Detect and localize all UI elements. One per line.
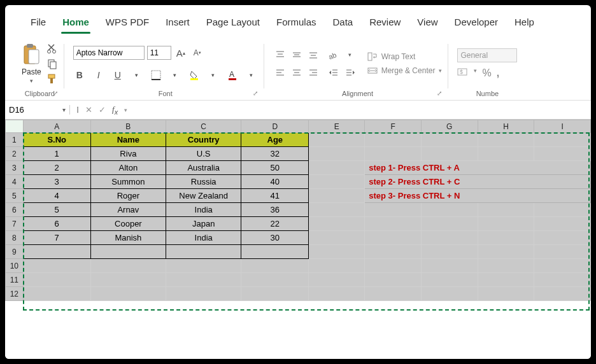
cell[interactable]: S.No [23, 133, 90, 147]
cell[interactable]: New Zealand [166, 189, 241, 203]
cell[interactable] [166, 245, 241, 259]
cell[interactable] [309, 231, 365, 245]
font-dialog-launcher[interactable]: ⤢ [253, 90, 260, 97]
align-bottom-icon[interactable] [306, 48, 320, 61]
cell[interactable] [534, 217, 591, 231]
accounting-icon[interactable]: $ [457, 67, 469, 79]
cell[interactable] [478, 217, 534, 231]
cell[interactable] [365, 245, 422, 259]
cell[interactable]: Country [166, 133, 241, 147]
font-size-select[interactable] [147, 46, 171, 60]
cell[interactable] [309, 259, 365, 273]
align-center-icon[interactable] [290, 66, 304, 79]
bold-button[interactable]: B [73, 69, 86, 81]
tab-help[interactable]: Help [513, 14, 536, 30]
italic-button[interactable]: I [92, 69, 105, 81]
name-box-dropdown-icon[interactable]: ▾ [62, 106, 66, 113]
cell[interactable] [534, 287, 591, 301]
cell[interactable] [241, 245, 309, 259]
accounting-dropdown-icon[interactable]: ▾ [474, 67, 477, 79]
col-header[interactable]: C [166, 120, 241, 133]
cell[interactable] [421, 259, 478, 273]
cell[interactable] [534, 273, 591, 287]
font-name-select[interactable] [73, 46, 145, 60]
cell[interactable]: Name [90, 133, 166, 147]
cell[interactable] [309, 245, 365, 259]
paste-button[interactable]: Paste ▾ [22, 43, 41, 84]
number-format-select[interactable] [457, 48, 517, 62]
row-header[interactable]: 7 [6, 217, 24, 231]
cut-icon[interactable] [46, 43, 58, 54]
font-color-dropdown-icon[interactable]: ▾ [245, 69, 258, 81]
cell[interactable]: 50 [241, 161, 309, 175]
fx-icon[interactable]: fx [112, 104, 118, 116]
cell[interactable] [23, 245, 90, 259]
select-all-corner[interactable] [6, 120, 24, 133]
cell[interactable]: 22 [241, 217, 309, 231]
cell[interactable] [365, 203, 422, 217]
align-left-icon[interactable] [273, 66, 287, 79]
row-header[interactable]: 12 [6, 287, 24, 301]
cell[interactable] [23, 287, 90, 301]
row-header[interactable]: 6 [6, 203, 24, 217]
name-box[interactable]: ▾ [5, 105, 70, 115]
cancel-formula-icon[interactable]: ✕ [85, 105, 92, 115]
cell[interactable] [421, 231, 478, 245]
percent-icon[interactable]: % [482, 67, 491, 79]
col-header[interactable]: F [365, 120, 422, 133]
col-header[interactable]: H [478, 120, 534, 133]
decrease-font-icon[interactable]: A▾ [190, 46, 204, 60]
align-top-icon[interactable] [273, 48, 287, 61]
cell[interactable] [166, 287, 241, 301]
cell[interactable] [365, 273, 422, 287]
underline-dropdown-icon[interactable]: ▾ [131, 69, 143, 81]
cell[interactable] [90, 245, 166, 259]
cell[interactable]: Japan [166, 217, 241, 231]
cell[interactable] [365, 147, 422, 161]
orientation-icon[interactable]: ab [327, 48, 341, 61]
cell[interactable] [421, 273, 478, 287]
cell[interactable] [365, 259, 422, 273]
formula-input[interactable] [134, 101, 591, 119]
cell[interactable]: India [166, 231, 241, 245]
row-header[interactable]: 3 [6, 161, 24, 175]
name-box-input[interactable] [9, 105, 60, 115]
cell[interactable]: 30 [241, 231, 309, 245]
cell[interactable] [90, 273, 166, 287]
cell[interactable] [421, 217, 478, 231]
cell[interactable]: U.S [166, 147, 241, 161]
cell[interactable]: Russia [166, 175, 241, 189]
cell[interactable]: Roger [90, 189, 166, 203]
cell[interactable] [421, 203, 478, 217]
alignment-dialog-launcher[interactable]: ⤢ [437, 90, 444, 97]
orientation-dropdown-icon[interactable]: ▾ [343, 48, 357, 61]
cell[interactable] [534, 147, 591, 161]
cell[interactable]: 32 [241, 147, 309, 161]
cell[interactable]: Arnav [90, 203, 166, 217]
cell[interactable] [90, 287, 166, 301]
cell[interactable] [478, 273, 534, 287]
row-header[interactable]: 1 [6, 133, 24, 147]
cell[interactable] [421, 147, 478, 161]
align-right-icon[interactable] [306, 66, 320, 79]
tab-developer[interactable]: Developer [453, 14, 499, 30]
cell[interactable] [478, 133, 534, 147]
merge-center-button[interactable]: Merge & Center ▾ [367, 66, 443, 75]
tab-file[interactable]: File [29, 14, 47, 30]
cell[interactable] [309, 161, 365, 175]
cell[interactable] [309, 203, 365, 217]
cell[interactable]: Riva [90, 147, 166, 161]
tab-formulas[interactable]: Formulas [275, 14, 318, 30]
col-header[interactable]: G [421, 120, 478, 133]
cell[interactable]: Age [241, 133, 309, 147]
cell[interactable]: Manish [90, 231, 166, 245]
format-painter-icon[interactable] [46, 73, 58, 85]
grid[interactable]: A B C D E F G H I 1 S.No Name Country Ag… [5, 120, 591, 301]
cell[interactable] [365, 231, 422, 245]
col-header[interactable]: E [309, 120, 365, 133]
cell[interactable] [309, 133, 365, 147]
fill-dropdown-icon[interactable]: ▾ [207, 69, 220, 81]
cell[interactable] [421, 133, 478, 147]
cell[interactable] [309, 189, 365, 203]
cell[interactable] [309, 273, 365, 287]
